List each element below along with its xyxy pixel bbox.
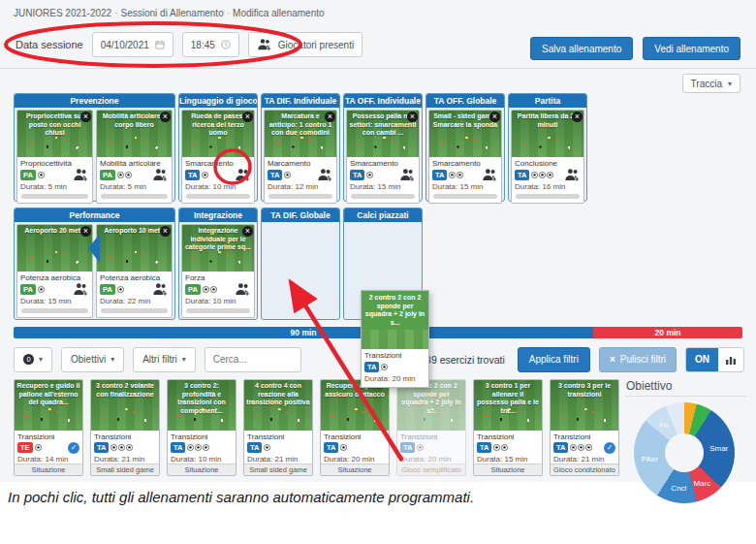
objective-chart-panel: Obiettivo SmarMarcCnclPAerFo <box>626 379 746 503</box>
soccer-ball-icon <box>585 444 592 451</box>
apply-filters-button[interactable]: Applica filtri <box>518 347 590 372</box>
column-header: TA OFF. Individuale <box>344 94 422 108</box>
board-card[interactable]: Mobilità articolare a corpo libero×Mobil… <box>96 110 173 204</box>
add-players-icon[interactable] <box>73 167 89 183</box>
soccer-ball-icon <box>117 286 124 293</box>
difficulty-balls-icon <box>493 444 508 451</box>
add-players-icon[interactable] <box>399 167 416 183</box>
add-players-icon <box>235 167 251 183</box>
on-toggle-button[interactable]: ON <box>686 348 718 371</box>
view-training-button[interactable]: Vedi allenamento <box>643 37 740 60</box>
column-header: TA DIF. Globale <box>262 208 339 222</box>
board-card[interactable]: Integrazione individuale per le categori… <box>181 224 255 318</box>
close-icon[interactable]: × <box>325 112 335 122</box>
clear-x-icon: × <box>610 354 615 365</box>
card-title: 3 contro 1 per allenare il possesso pall… <box>474 380 542 415</box>
add-players-icon[interactable] <box>235 281 251 298</box>
close-icon[interactable]: × <box>407 112 418 122</box>
session-date-input[interactable]: 04/10/2021 <box>92 32 173 57</box>
card-title: 3 contro 2: profondità e transizioni con… <box>168 380 236 415</box>
dragged-exercise-card[interactable]: 2 contro 2 con 2 sponde per squadra + 2 … <box>361 290 429 388</box>
add-players-icon[interactable] <box>152 281 169 298</box>
chevron-down-icon: ▾ <box>39 355 43 364</box>
card-badge-row: TA <box>182 168 254 182</box>
add-players-icon[interactable] <box>235 167 251 183</box>
type-badge: TA <box>268 170 282 180</box>
card-progress-bar <box>433 194 497 199</box>
objectives-dropdown[interactable]: Obiettivi ▾ <box>61 347 124 372</box>
board-card[interactable]: Marcatura e anticipo: 1 contro 1 con due… <box>264 110 337 204</box>
column-body <box>344 222 422 226</box>
exercise-card[interactable]: 3 contro 3 per le transizioniTransizioni… <box>550 379 619 476</box>
exercise-card[interactable]: 3 contro 2 volante con finalizzazioneTra… <box>90 379 160 476</box>
exercise-card[interactable]: 3 contro 2: profondità e transizioni con… <box>167 379 236 476</box>
soccer-ball-icon <box>202 172 208 178</box>
selected-check-icon: ✓ <box>604 442 615 454</box>
type-badge: TA <box>185 170 200 180</box>
add-players-icon[interactable] <box>73 281 89 298</box>
close-icon[interactable]: × <box>572 112 583 122</box>
type-badge: TA <box>171 442 185 453</box>
add-players-icon[interactable] <box>482 167 498 183</box>
soccer-ball-icon <box>539 172 546 178</box>
close-icon[interactable]: × <box>489 112 500 122</box>
session-date-value: 04/10/2021 <box>101 40 149 50</box>
close-icon[interactable]: × <box>160 226 171 237</box>
close-icon[interactable]: × <box>80 112 91 122</box>
exercise-card[interactable]: 4 contro 4 con reazione alla transizione… <box>243 379 313 476</box>
card-field-image: 3 contro 1 per allenare il possesso pall… <box>474 380 542 431</box>
soccer-ball-icon <box>284 172 291 178</box>
board-card[interactable]: Aeroporto 10 metri×Potenza aerobicaPADur… <box>96 224 173 318</box>
session-time-input[interactable]: 18:45 <box>182 32 239 57</box>
add-players-icon[interactable] <box>564 167 581 183</box>
type-badge: TA <box>94 442 109 453</box>
filter-count-dropdown[interactable]: 0 ▾ <box>14 347 52 372</box>
chevron-down-icon: ▾ <box>182 355 186 364</box>
column-body: Integrazione individuale per le categori… <box>179 222 257 320</box>
card-badge-row: TE✓ <box>15 440 82 454</box>
clear-filters-label: Pulisci filtri <box>620 354 666 365</box>
soccer-ball-icon <box>578 444 584 451</box>
board-card[interactable]: Partita libera da 20 minuti×ConclusioneT… <box>511 110 584 204</box>
card-method-footer: Situazione <box>15 464 82 475</box>
breadcrumb-item[interactable]: JUNIORES 2021-2022 <box>14 8 111 18</box>
breadcrumb-item[interactable]: Modifica allenamento <box>233 8 325 18</box>
search-input[interactable] <box>205 347 301 372</box>
trace-dropdown[interactable]: Traccia ▾ <box>682 74 740 93</box>
column-header: Linguaggio di gioco <box>179 94 257 108</box>
difficulty-balls-icon <box>187 444 209 451</box>
objective-donut-chart: SmarMarcCnclPAerFo <box>634 402 735 503</box>
card-duration: Durata: 21 min <box>551 455 618 464</box>
board-card[interactable]: Propriocettiva sul posto con occhi chius… <box>16 110 93 204</box>
difficulty-balls-icon <box>110 444 133 451</box>
board-column: PrevenzionePropriocettiva sul posto con … <box>14 93 175 202</box>
add-players-icon[interactable] <box>317 167 333 183</box>
card-duration: Durata: 14 min <box>15 455 82 464</box>
difficulty-balls-icon <box>38 286 45 293</box>
exercise-card[interactable]: Recupero e palla: assicuro o attaccoTran… <box>320 379 390 476</box>
add-players-icon <box>564 167 581 183</box>
exercise-card[interactable]: Recupero e guido il pallone all'esterno … <box>14 379 83 476</box>
close-icon[interactable]: × <box>242 112 253 122</box>
type-badge: PA <box>100 170 115 180</box>
board-card[interactable]: Possesso palla nei settori: smarcamenti … <box>346 110 420 204</box>
card-badge-row: TA✓ <box>551 440 618 454</box>
exercise-card[interactable]: 3 contro 1 per allenare il possesso pall… <box>473 379 543 476</box>
add-players-icon[interactable] <box>152 167 169 183</box>
other-filters-dropdown[interactable]: Altri filtri ▾ <box>133 347 196 372</box>
board-card[interactable]: Small - sided game: Smarcare la sponda×S… <box>428 110 502 204</box>
stats-chart-button[interactable] <box>718 348 743 371</box>
board-card[interactable]: Aeroporto 20 metri×Potenza aerobicaPADur… <box>16 224 93 318</box>
close-icon[interactable]: × <box>242 226 253 237</box>
players-present-label: Giocatori presenti <box>278 40 354 50</box>
players-present-button[interactable]: Giocatori presenti <box>248 32 362 57</box>
column-body: Partita libera da 20 minuti×ConclusioneT… <box>509 108 586 206</box>
app-area: JUNIORES 2021-2022·Sessioni di Allenamen… <box>0 0 756 482</box>
breadcrumb-item[interactable]: Sessioni di Allenamento <box>121 8 224 18</box>
exercise-card[interactable]: 2 contro 2 con 2 sponde per squadra + 2 … <box>396 379 466 476</box>
board-card[interactable]: Rueda de pases: ricerca del terzo uomo×S… <box>181 110 255 204</box>
clear-filters-button[interactable]: × Pulisci filtri <box>599 347 677 372</box>
board-column: TA DIF. IndividualeMarcatura e anticipo:… <box>261 93 340 202</box>
close-icon[interactable]: × <box>160 112 171 122</box>
save-training-button[interactable]: Salva allenamento <box>530 37 633 60</box>
